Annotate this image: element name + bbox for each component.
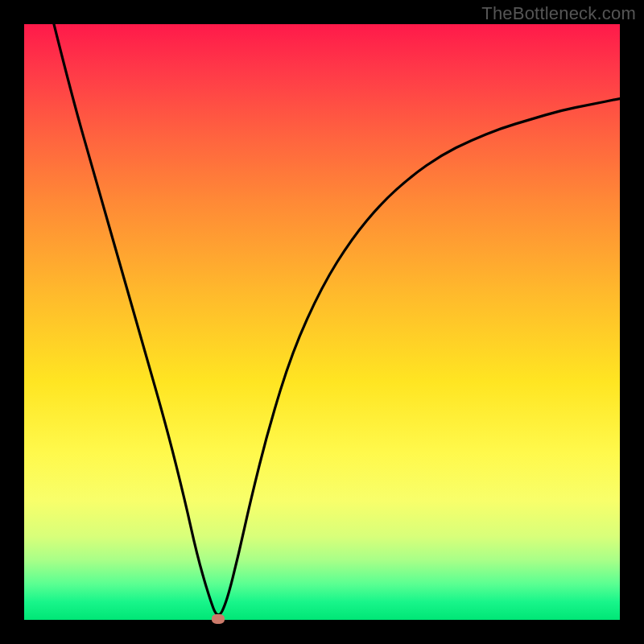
plot-area xyxy=(24,24,620,620)
optimum-marker xyxy=(212,614,225,624)
curve-svg xyxy=(24,24,620,620)
watermark-text: TheBottleneck.com xyxy=(481,3,636,24)
chart-frame: TheBottleneck.com xyxy=(0,0,644,644)
bottleneck-curve xyxy=(54,24,620,615)
